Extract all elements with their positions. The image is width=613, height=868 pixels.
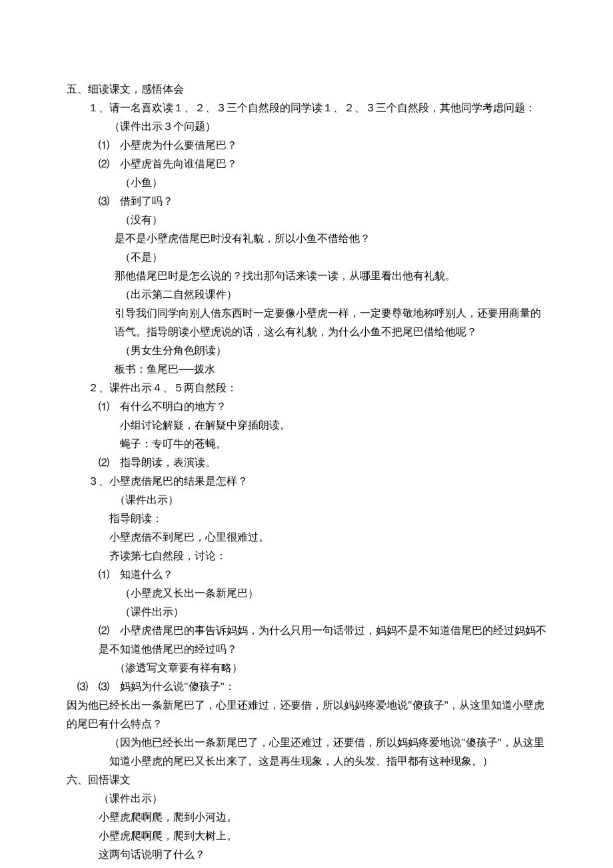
section5-p3q2a: （渗透写文章要有祥有略）: [67, 659, 546, 677]
section5-p1: １、请一名喜欢读１、２、３三个自然段的同学读１、２、３三个自然段，其他同学考虑问…: [67, 99, 546, 117]
section5-p3b: 指导朗读：: [67, 509, 546, 528]
section5-q3e: （出示第二自然段课件）: [67, 285, 546, 304]
section5-p3q3: ⑶ ⑶ 妈妈为什么说"傻孩子"：: [67, 677, 546, 696]
section5-q3h: 板书：鱼尾巴──拨水: [67, 360, 546, 379]
section5-q3a: （没有）: [67, 211, 546, 229]
section5-p3c: 小壁虎借不到尾巴，心里很难过。: [67, 528, 546, 547]
section5-q3d: 那他借尾巴时是怎么说的？找出那句话来读一读，从哪里看出他有礼貌。: [67, 267, 546, 285]
section5-q1: ⑴ 小壁虎为什么要借尾巴？: [67, 136, 546, 155]
section5-q3c: （不是）: [67, 248, 546, 267]
section5-q3b: 是不是小壁虎借尾巴时没有礼貌，所以小鱼不借给他？: [67, 229, 546, 248]
section5-p1a: （课件出示３个问题）: [67, 117, 546, 136]
section5-p2q1a: 小组讨论解疑，在解疑中穿插朗读。: [67, 416, 546, 435]
section5-heading: 五、细读课文，感悟体会: [67, 80, 546, 99]
section5-p2q1: ⑴ 有什么不明白的地方？: [67, 397, 546, 416]
section5-p3q3-text: ⑶ 妈妈为什么说"傻孩子"：: [99, 681, 235, 692]
section5-p3: ３、小壁虎借尾巴的结果是怎样？: [67, 472, 546, 491]
section5-p2q1b: 蝇子：专叮牛的苍蝇。: [67, 435, 546, 453]
section6-c: 小壁虎爬啊爬，爬到大树上。: [67, 827, 546, 845]
section5-p3q3b: （因为他已经长出一条新尾巴了，心里还难过，还要借，所以妈妈疼爱地说"傻孩子"，从…: [67, 733, 546, 771]
section5-q3: ⑶ 借到了吗？: [67, 192, 546, 211]
section5-p3q3a: 因为他已经长出一条新尾巴了，心里还难过，还要借，所以妈妈疼爱地说"傻孩子"，从这…: [67, 696, 546, 733]
section5-p3d: 齐读第七自然段，讨论：: [67, 547, 546, 565]
section5-p3q1b: （课件出示）: [67, 603, 546, 621]
section5-p2: ２、课件出示４、５两自然段：: [67, 379, 546, 397]
section5-p3q1: ⑴ 知道什么？: [67, 565, 546, 584]
section5-p3q1a: （小壁虎又长出一条新尾巴）: [67, 584, 546, 603]
section6-a: （课件出示）: [67, 789, 546, 808]
section5-q2: ⑵ 小壁虎首先向谁借尾巴？: [67, 155, 546, 173]
section5-p3q2: ⑵ 小壁虎借尾巴的事告诉妈妈，为什么只用一句话带过，妈妈不是不知道借尾巴的经过妈…: [67, 621, 546, 659]
section5-q2a: （小鱼）: [67, 173, 546, 192]
section5-q3g: （男女生分角色朗读）: [67, 341, 546, 360]
section6-heading: 六、回悟课文: [67, 771, 546, 789]
section5-p3a: （课件出示）: [67, 491, 546, 509]
section5-p2q2: ⑵ 指导朗读，表演读。: [67, 453, 546, 472]
section6-d: 这两句话说明了什么？: [67, 845, 546, 864]
section6-b: 小壁虎爬啊爬，爬到小河边。: [67, 808, 546, 827]
section5-q3f: 引导我们同学向别人借东西时一定要像小壁虎一样，一定要尊敬地称呼别人，还要用商量的…: [67, 304, 546, 341]
